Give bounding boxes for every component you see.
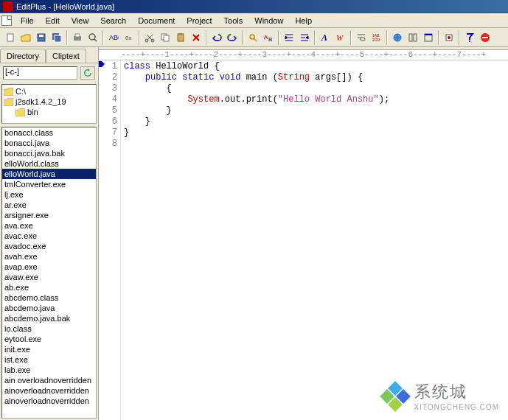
svg-rect-16 (179, 33, 182, 35)
file-item[interactable]: avaw.exe (2, 272, 96, 282)
file-list[interactable]: bonacci.classbonacci.javabonacci.java.ba… (1, 127, 97, 419)
sidebar-tab-cliptext[interactable]: Cliptext (46, 49, 86, 63)
document-icon (1, 15, 12, 26)
browser-button[interactable] (390, 30, 405, 45)
file-item[interactable]: lj.exe (2, 189, 96, 200)
file-item[interactable]: abcdemo.class (2, 293, 96, 303)
help-button[interactable] (462, 30, 477, 45)
drive-refresh-button[interactable] (80, 66, 95, 80)
file-item[interactable]: ainoverloadnoverridden (2, 385, 96, 396)
file-item[interactable]: ainoverloadnoverridden (2, 396, 96, 406)
font-icon: W (335, 32, 346, 43)
find-button[interactable] (246, 30, 260, 45)
delete-button[interactable] (189, 30, 203, 45)
indent-button[interactable] (282, 30, 296, 45)
tree-item[interactable]: bin (4, 107, 94, 117)
app-icon (3, 1, 13, 12)
svg-point-31 (448, 36, 450, 39)
file-item[interactable]: ist.exe (2, 354, 96, 365)
file-item[interactable]: avah.exe (2, 251, 96, 262)
svg-point-32 (469, 41, 470, 42)
copy-icon (160, 32, 170, 43)
current-line-marker-icon (99, 61, 105, 67)
paste-icon (175, 32, 186, 43)
hex-button[interactable]: 0x (122, 30, 136, 45)
copy-button[interactable] (158, 30, 173, 45)
file-item[interactable]: io.class (2, 323, 96, 334)
undo-button[interactable] (209, 30, 224, 45)
svg-rect-15 (178, 34, 184, 41)
file-item[interactable]: ain overloadnoverridden (2, 375, 96, 385)
full-button[interactable] (421, 30, 436, 45)
file-item[interactable]: abcdemo.java.bak (2, 313, 96, 323)
spell-button[interactable]: ABC (106, 30, 121, 45)
file-item[interactable]: bonacci.java (2, 138, 96, 148)
sidebar-tabs: DirectoryCliptext (0, 47, 98, 63)
bold-button[interactable]: A (318, 30, 333, 45)
pref-button[interactable] (442, 30, 456, 45)
file-item[interactable]: avap.exe (2, 262, 96, 272)
file-item[interactable]: ab.exe (2, 282, 96, 293)
sidebar-tab-directory[interactable]: Directory (0, 49, 46, 63)
outdent-button[interactable] (297, 30, 312, 45)
file-item[interactable]: avac.exe (2, 231, 96, 241)
menu-file[interactable]: File (15, 15, 40, 27)
code-editor[interactable]: 12345678 class HelloWorld { public stati… (99, 60, 508, 420)
column-ruler: ----+----1----+----2----+----3----+----4… (99, 50, 508, 60)
file-item[interactable]: bonacci.java.bak (2, 148, 96, 158)
file-item[interactable]: bonacci.class (2, 127, 96, 138)
menu-help[interactable]: Help (289, 15, 318, 27)
file-item[interactable]: init.exe (2, 344, 96, 354)
tree-item[interactable]: j2sdk1.4.2_19 (4, 97, 94, 107)
line-number: 7 (99, 127, 117, 139)
file-item[interactable]: lab.exe (2, 365, 96, 375)
editor-pane: ----+----1----+----2----+----3----+----4… (99, 47, 508, 420)
columns-icon (408, 32, 418, 43)
line-number: 2 (99, 72, 117, 83)
menu-window[interactable]: Window (248, 15, 289, 27)
file-item[interactable]: ar.exe (2, 200, 96, 210)
code-area[interactable]: class HelloWorld { public static void ma… (121, 60, 508, 420)
folder-tree[interactable]: C:\j2sdk1.4.2_19bin (1, 84, 97, 124)
stop-button[interactable] (478, 30, 493, 45)
drive-select[interactable]: [-c-] (3, 66, 77, 80)
file-item[interactable]: ava.exe (2, 220, 96, 231)
save-button[interactable] (34, 30, 49, 45)
print-button[interactable] (70, 30, 85, 45)
file-item[interactable]: avadoc.exe (2, 241, 96, 251)
replace-button[interactable]: AB (261, 30, 276, 45)
menu-edit[interactable]: Edit (40, 15, 66, 27)
font-button[interactable]: W (333, 30, 348, 45)
line-num-icon: 1AB2CD (372, 32, 382, 43)
columns-button[interactable] (406, 30, 420, 45)
tree-item[interactable]: C:\ (4, 86, 94, 97)
file-item[interactable]: tmlConverter.exe (2, 179, 96, 189)
file-item[interactable]: arsigner.exe (2, 210, 96, 220)
file-item[interactable]: abcdemo.java (2, 303, 96, 313)
title-bar: EditPlus - [HelloWorld.java] (0, 0, 508, 13)
menu-document[interactable]: Document (132, 15, 181, 27)
svg-rect-2 (39, 35, 44, 37)
paste-button[interactable] (173, 30, 188, 45)
cut-button[interactable] (142, 30, 157, 45)
menu-search[interactable]: Search (94, 15, 132, 27)
file-item[interactable]: elloWorld.class (2, 158, 96, 169)
new-button[interactable] (3, 30, 18, 45)
menu-project[interactable]: Project (181, 15, 218, 27)
wordwrap-button[interactable] (354, 30, 369, 45)
line-number: 3 (99, 83, 117, 94)
line-num-button[interactable]: 1AB2CD (369, 30, 384, 45)
undo-icon (212, 32, 222, 43)
file-item[interactable]: eytool.exe (2, 334, 96, 344)
hex-icon: 0x (124, 32, 134, 43)
svg-text:W: W (336, 33, 344, 42)
preview-button[interactable] (86, 30, 100, 45)
file-item[interactable]: elloWorld.java (2, 169, 96, 179)
open-button[interactable] (18, 30, 33, 45)
menu-view[interactable]: View (66, 15, 95, 27)
print-icon (72, 32, 83, 43)
save-all-button[interactable] (49, 30, 64, 45)
open-icon (21, 32, 31, 43)
menu-tools[interactable]: Tools (218, 15, 249, 27)
redo-button[interactable] (225, 30, 240, 45)
